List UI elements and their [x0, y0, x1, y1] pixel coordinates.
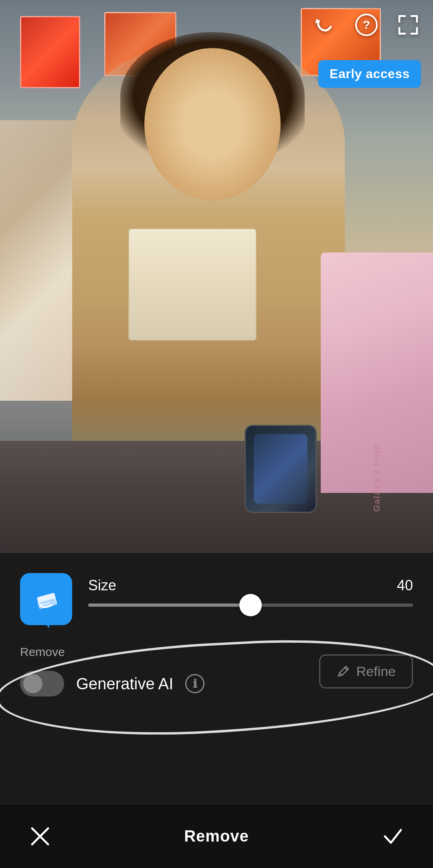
toolbar-top: ?	[312, 12, 421, 38]
generative-ai-label: Generative AI	[76, 675, 173, 693]
svg-text:?: ?	[363, 18, 370, 31]
toggle-knob	[23, 674, 42, 693]
photo-area: Galaxy Z Fold ? Ea	[0, 0, 433, 553]
phone-on-table	[245, 425, 317, 513]
slider-thumb[interactable]	[239, 594, 262, 616]
eraser-tool-button[interactable]	[20, 573, 72, 625]
early-access-badge[interactable]: Early access	[318, 60, 421, 88]
cake-box	[128, 228, 257, 341]
action-title: Remove	[184, 827, 249, 845]
size-label: Size	[88, 577, 116, 594]
gen-ai-row-wrapper: Generative AI ℹ	[20, 667, 413, 700]
size-slider[interactable]	[88, 604, 413, 607]
gen-ai-row: Generative AI ℹ	[20, 671, 413, 696]
slider-fill	[88, 604, 251, 607]
subject-face	[144, 48, 281, 200]
remove-section: Remove Generative AI ℹ	[0, 633, 433, 709]
pink-bag: Galaxy Z Fold	[321, 252, 433, 493]
cancel-button[interactable]	[24, 820, 56, 852]
confirm-button[interactable]	[377, 820, 409, 852]
action-bar: Remove	[0, 804, 433, 868]
size-value: 40	[397, 577, 413, 594]
undo-button[interactable]	[312, 12, 338, 38]
help-button[interactable]: ?	[354, 12, 379, 38]
tool-section: Size 40	[0, 553, 433, 633]
generative-ai-toggle[interactable]	[20, 671, 64, 696]
expand-button[interactable]	[395, 12, 421, 38]
generative-ai-info-button[interactable]: ℹ	[185, 674, 204, 693]
early-access-label: Early access	[330, 67, 410, 81]
size-control: Size 40	[88, 573, 413, 607]
food-poster-1	[20, 16, 80, 88]
